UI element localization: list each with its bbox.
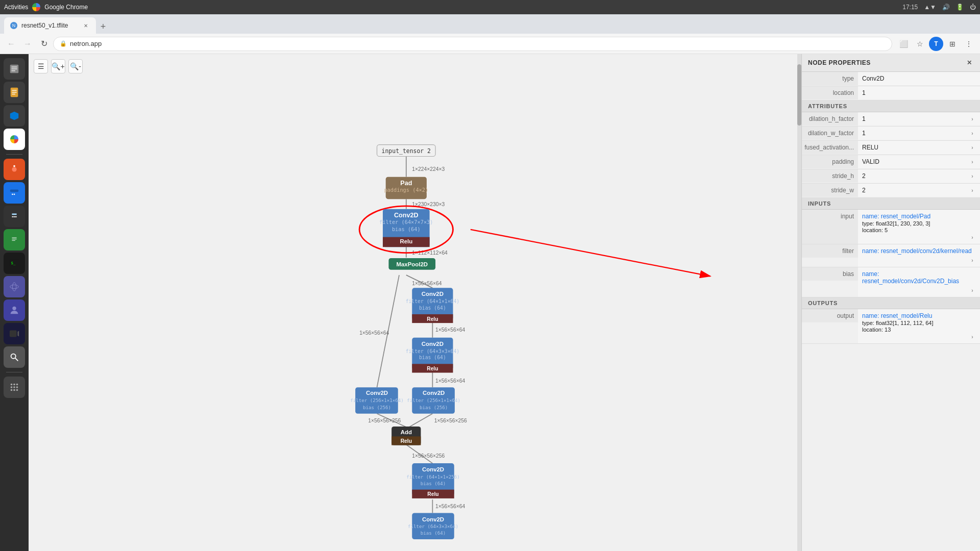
attr-fused-row: fused_activation... RELU› [802, 141, 980, 155]
menu-toolbar-button[interactable]: ☰ [34, 59, 48, 73]
sidebar-item-chrome[interactable] [4, 129, 25, 150]
svg-text:bias (64): bias (64) [421, 481, 446, 486]
svg-point-39 [16, 386, 18, 388]
network-icon: ▲▼ [924, 4, 936, 11]
svg-text:input_tensor 2: input_tensor 2 [382, 147, 431, 155]
expand-stride-h[interactable]: › [969, 172, 976, 180]
nn-graph-svg: 1×224×224×3 1×230×230×3 1×112×112×64 1×5… [29, 54, 801, 551]
attr-padding-label: padding [802, 155, 858, 168]
svg-text:Conv2D: Conv2D [366, 390, 388, 396]
expand-input[interactable]: › [969, 234, 976, 241]
svg-rect-12 [10, 190, 19, 192]
attr-padding-row: padding VALID› [802, 155, 980, 169]
attr-stride-h-label: stride_h [802, 169, 858, 183]
expand-output[interactable]: › [969, 333, 976, 340]
new-tab-button[interactable]: + [96, 19, 110, 34]
sidebar-item-terminal[interactable]: $_ [4, 253, 25, 274]
attr-dilation-h-row: dilation_h_factor 1› [802, 112, 980, 127]
svg-text:Conv2D: Conv2D [422, 466, 444, 472]
svg-rect-2 [12, 68, 17, 69]
profile-button[interactable]: T [929, 37, 943, 51]
vertical-scrollbar[interactable] [797, 54, 801, 551]
expand-dilation-w[interactable]: › [969, 130, 976, 137]
input-location: location: 5 [862, 227, 888, 233]
sidebar-item-ubuntu[interactable] [4, 159, 25, 180]
zoom-in-button[interactable]: 🔍+ [51, 59, 65, 73]
svg-rect-5 [12, 90, 16, 90]
svg-point-10 [13, 165, 15, 167]
sidebar-item-libreoffice[interactable] [4, 229, 25, 251]
svg-text:filter (256×1×1×64): filter (256×1×1×64) [407, 397, 460, 403]
location-label: location [802, 86, 858, 99]
svg-point-36 [16, 384, 18, 386]
svg-point-34 [11, 384, 13, 386]
edge-dim-9: 1×56×56×256 [434, 418, 467, 423]
sidebar-item-calendar[interactable] [4, 182, 25, 204]
type-row: type Conv2D [802, 72, 980, 86]
titlebar: Activities Google Chrome 17:15 ▲▼ 🔊 🔋 ⏻ [0, 0, 980, 14]
forward-button[interactable]: → [20, 37, 35, 51]
bias-name: name: resnet_model/conv2d/Conv2D_bias [862, 270, 976, 285]
attr-dilation-w-row: dilation_w_factor 1› [802, 127, 980, 141]
scrollbar-thumb[interactable] [797, 64, 801, 126]
output-type: type: float32[1, 112, 112, 64] [862, 320, 933, 326]
extensions-button[interactable]: ⊞ [945, 37, 960, 51]
expand-stride-w[interactable]: › [969, 187, 976, 194]
svg-text:bias (256): bias (256) [420, 405, 448, 410]
attr-stride-h-value: 2› [858, 169, 980, 183]
sidebar-item-calculator[interactable] [4, 206, 25, 227]
sidebar-item-vscode[interactable] [4, 105, 25, 127]
tab-favicon: N [10, 22, 17, 29]
address-bar[interactable]: 🔒 netron.app [53, 37, 892, 51]
sidebar-item-video[interactable] [4, 323, 25, 344]
filter-row: filter name: resnet_model/conv2d/kernel/… [802, 244, 980, 267]
netron-canvas[interactable]: ☰ 🔍+ 🔍- 1×224×224×3 1×230×230×3 1×112×11… [29, 54, 801, 551]
expand-dilation-h[interactable]: › [969, 115, 976, 122]
panel-close-button[interactable]: ✕ [965, 58, 974, 67]
sidebar-item-files[interactable] [4, 58, 25, 80]
filter-value: name: resnet_model/conv2d/kernel/read › [858, 244, 980, 267]
url-text: netron.app [70, 40, 102, 47]
svg-rect-7 [12, 94, 15, 94]
sidebar-item-text[interactable] [4, 82, 25, 103]
svg-text:Relu: Relu [427, 491, 438, 497]
back-button[interactable]: ← [4, 37, 18, 51]
filter-label: filter [802, 244, 858, 258]
expand-bias[interactable]: › [969, 287, 976, 294]
bookmark-button[interactable]: ☆ [913, 37, 927, 51]
svg-line-54 [471, 230, 710, 277]
reload-button[interactable]: ↻ [37, 37, 51, 51]
svg-text:filter (64×3×3×64): filter (64×3×3×64) [406, 348, 460, 354]
svg-text:Relu: Relu [400, 238, 412, 244]
attr-stride-h-row: stride_h 2› [802, 169, 980, 184]
input-input-row: input name: resnet_model/Pad type: float… [802, 210, 980, 244]
expand-filter[interactable]: › [969, 257, 976, 264]
edge-dim-11: 1×56×56×64 [435, 504, 465, 509]
svg-text:bias (256): bias (256) [363, 405, 391, 410]
svg-point-37 [11, 386, 13, 388]
expand-padding[interactable]: › [969, 158, 976, 165]
cast-button[interactable]: ⬜ [896, 37, 911, 51]
type-value: Conv2D [858, 72, 980, 85]
svg-rect-30 [10, 331, 17, 337]
svg-text:filter (64×7×7×3): filter (64×7×7×3) [379, 219, 433, 225]
zoom-out-button[interactable]: 🔍- [68, 59, 83, 73]
sidebar-item-search[interactable] [4, 346, 25, 368]
active-tab[interactable]: N resnet50_v1.tflite ✕ [4, 17, 96, 34]
sidebar-item-teams[interactable] [4, 299, 25, 321]
expand-fused[interactable]: › [969, 144, 976, 151]
svg-rect-21 [12, 237, 16, 238]
menu-button[interactable]: ⋮ [962, 37, 976, 51]
tab-close-button[interactable]: ✕ [82, 21, 90, 30]
svg-text:bias (64): bias (64) [419, 305, 446, 311]
location-row: location 1 [802, 86, 980, 101]
attr-dilation-h-value: 1› [858, 112, 980, 126]
sidebar-item-apps[interactable] [4, 377, 25, 398]
attributes-header: ATTRIBUTES [802, 101, 980, 112]
chrome-logo-icon [32, 3, 40, 11]
activities-label[interactable]: Activities [4, 4, 28, 11]
svg-rect-3 [12, 70, 15, 71]
sidebar-item-globe[interactable] [4, 276, 25, 297]
svg-marker-31 [17, 331, 19, 337]
svg-point-35 [13, 384, 15, 386]
